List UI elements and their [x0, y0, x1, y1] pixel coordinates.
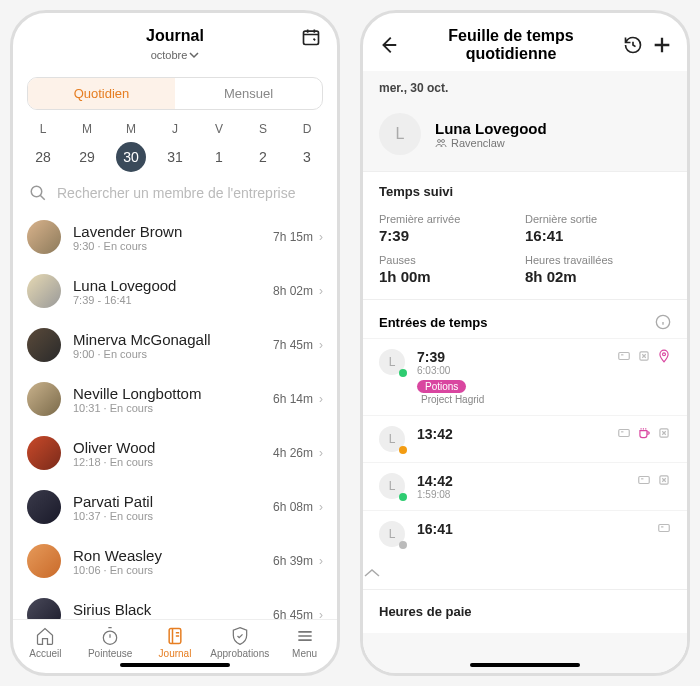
nav-clock[interactable]: Pointeuse [78, 626, 143, 659]
entries-header: Entrées de temps [363, 299, 687, 338]
home-indicator [120, 663, 230, 667]
svg-point-1 [31, 186, 42, 197]
day-column[interactable]: L28 [23, 122, 63, 172]
detail-title: Feuille de temps quotidienne [407, 27, 615, 63]
svg-rect-7 [619, 353, 630, 360]
search-input[interactable] [57, 185, 321, 201]
day-column[interactable]: D3 [287, 122, 327, 172]
person-name: Oliver Wood [73, 439, 273, 456]
person-row[interactable]: Neville Longbottom10:31 · En cours 6h 14… [13, 372, 337, 426]
day-number: 30 [116, 142, 146, 172]
entry-avatar: L [379, 473, 405, 499]
entry-icons [657, 521, 671, 535]
person-row[interactable]: Ron Weasley10:06 · En cours 6h 39m › [13, 534, 337, 588]
nav-journal[interactable]: Journal [143, 626, 208, 659]
nav-approvals[interactable]: Approbations [207, 626, 272, 659]
breaks: Pauses 1h 00m [379, 254, 525, 285]
person-name: Sirius Black [73, 601, 273, 618]
avatar [27, 436, 61, 470]
day-column[interactable]: S2 [243, 122, 283, 172]
expand-button[interactable] [363, 557, 687, 589]
nav-menu[interactable]: Menu [272, 626, 337, 659]
status-dot [399, 446, 407, 454]
person-status: 10:37 · En cours [73, 510, 273, 522]
chevron-right-icon: › [319, 446, 323, 460]
chevron-right-icon: › [319, 284, 323, 298]
svg-point-9 [663, 353, 666, 356]
plus-icon [651, 34, 673, 56]
person-status: 10:31 · En cours [73, 402, 273, 414]
avatar: L [379, 113, 421, 155]
date-label: mer., 30 oct. [363, 71, 687, 105]
calendar-icon[interactable] [301, 27, 321, 47]
entry-avatar: L [379, 349, 405, 375]
person-status: 12:18 · En cours [73, 456, 273, 468]
person-row[interactable]: Minerva McGonagall9:00 · En cours 7h 45m… [13, 318, 337, 372]
status-dot [399, 493, 407, 501]
user-name: Luna Lovegood [435, 120, 547, 137]
person-name: Minerva McGonagall [73, 331, 273, 348]
chevron-right-icon: › [319, 608, 323, 619]
tracked-grid: Première arrivée 7:39 Dernière sortie 16… [363, 205, 687, 299]
menu-icon [295, 626, 315, 646]
detail-header: Feuille de temps quotidienne [363, 13, 687, 71]
week-strip: L28M29M30J31V1S2D3 [13, 118, 337, 172]
view-toggle: Quotidien Mensuel [27, 77, 323, 110]
day-column[interactable]: M30 [111, 122, 151, 172]
person-name: Neville Longbottom [73, 385, 273, 402]
card-icon [617, 426, 631, 440]
person-hours: 4h 26m [273, 446, 313, 460]
box-icon [637, 349, 651, 363]
entries-list: L 7:396:03:00PotionsProject Hagrid L 13:… [363, 338, 687, 557]
entry-time: 14:42 [417, 473, 625, 489]
person-row[interactable]: Oliver Wood12:18 · En cours 4h 26m › [13, 426, 337, 480]
day-number: 3 [292, 142, 322, 172]
tab-daily[interactable]: Quotidien [28, 78, 175, 109]
back-button[interactable] [377, 34, 399, 56]
box-icon [657, 426, 671, 440]
month-selector[interactable]: octobre [151, 49, 200, 61]
entry-project: Project Hagrid [421, 394, 605, 405]
person-row[interactable]: Parvati Patil10:37 · En cours 6h 08m › [13, 480, 337, 534]
nav-home[interactable]: Accueil [13, 626, 78, 659]
person-hours: 6h 45m [273, 608, 313, 619]
day-name: L [23, 122, 63, 136]
day-column[interactable]: V1 [199, 122, 239, 172]
day-number: 1 [204, 142, 234, 172]
shield-check-icon [230, 626, 250, 646]
person-name: Luna Lovegood [73, 277, 273, 294]
time-entry[interactable]: L 13:42 [363, 415, 687, 462]
person-row[interactable]: Sirius Black10:00 · En cours 6h 45m › [13, 588, 337, 619]
tab-monthly[interactable]: Mensuel [175, 78, 322, 109]
day-number: 28 [28, 142, 58, 172]
time-entry[interactable]: L 14:421:59:08 [363, 462, 687, 510]
person-row[interactable]: Lavender Brown9:30 · En cours 7h 15m › [13, 210, 337, 264]
day-name: M [111, 122, 151, 136]
user-org: Ravenclaw [435, 137, 547, 149]
person-name: Ron Weasley [73, 547, 273, 564]
day-number: 2 [248, 142, 278, 172]
search-icon [29, 184, 47, 202]
status-dot [399, 541, 407, 549]
avatar [27, 382, 61, 416]
people-icon [435, 137, 447, 149]
day-column[interactable]: M29 [67, 122, 107, 172]
day-column[interactable]: J31 [155, 122, 195, 172]
add-button[interactable] [651, 34, 673, 56]
people-list[interactable]: Lavender Brown9:30 · En cours 7h 15m › L… [13, 210, 337, 619]
detail-body[interactable]: mer., 30 oct. L Luna Lovegood Ravenclaw … [363, 71, 687, 673]
avatar [27, 274, 61, 308]
home-icon [35, 626, 55, 646]
chevron-right-icon: › [319, 554, 323, 568]
user-card[interactable]: L Luna Lovegood Ravenclaw [363, 105, 687, 171]
history-button[interactable] [623, 35, 643, 55]
time-entry[interactable]: L 16:41 [363, 510, 687, 557]
time-entry[interactable]: L 7:396:03:00PotionsProject Hagrid [363, 338, 687, 415]
page-title: Journal [13, 27, 337, 45]
chevron-right-icon: › [319, 500, 323, 514]
entry-time: 16:41 [417, 521, 645, 537]
avatar [27, 490, 61, 524]
person-row[interactable]: Luna Lovegood7:39 - 16:41 8h 02m › [13, 264, 337, 318]
entry-duration: 6:03:00 [417, 365, 605, 376]
info-icon[interactable] [655, 314, 671, 330]
